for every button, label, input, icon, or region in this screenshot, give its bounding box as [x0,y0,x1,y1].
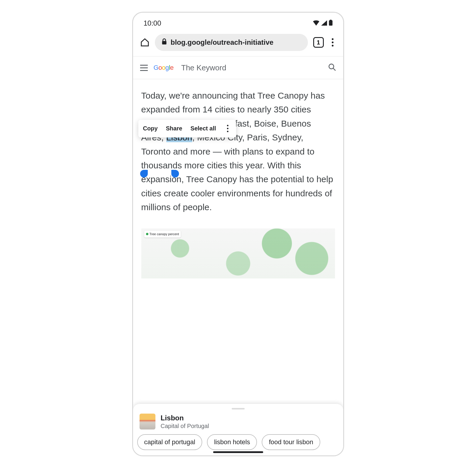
context-menu-more-icon[interactable] [224,125,231,132]
tree-canopy-map: Tree canopy percent [141,228,335,278]
suggestion-chips[interactable]: capital of portugal lisbon hotels food t… [133,434,343,450]
share-button[interactable]: Share [166,124,183,133]
google-logo: Google [154,64,174,72]
copy-button[interactable]: Copy [143,124,158,133]
search-icon[interactable] [328,63,336,72]
wifi-icon [313,19,319,27]
status-bar: 10:00 [133,13,343,30]
lisbon-thumbnail [140,414,155,429]
status-icons [313,19,333,27]
sheet-drag-handle[interactable] [232,408,245,409]
blog-header: Google The Keyword [133,57,343,79]
sheet-header[interactable]: Lisbon Capital of Portugal [133,414,343,434]
svg-rect-0 [329,20,332,26]
battery-icon [329,19,333,27]
lock-icon [161,38,167,47]
tab-switcher[interactable]: 1 [313,37,324,48]
home-icon[interactable] [140,38,150,47]
text-selection-menu: Copy Share Select all [138,120,236,137]
url-text: blog.google/outreach-initiative [171,38,273,47]
svg-rect-1 [330,20,331,21]
info-bottom-sheet[interactable]: Lisbon Capital of Portugal capital of po… [133,404,343,455]
select-all-button[interactable]: Select all [190,124,216,133]
sheet-subtitle: Capital of Portugal [161,423,209,429]
chip-capital-of-portugal[interactable]: capital of portugal [137,434,203,450]
tab-count: 1 [317,39,320,46]
article-text-post: , Mexico City, Paris, Sydney, Toronto an… [141,132,333,212]
address-bar[interactable]: blog.google/outreach-initiative [155,34,308,51]
svg-rect-2 [162,41,166,44]
svg-point-3 [329,64,334,69]
clock: 10:00 [144,19,161,27]
selection-handle-left[interactable] [140,170,148,178]
svg-line-4 [333,68,335,71]
map-legend-text: Tree canopy percent [150,232,179,237]
android-nav-pill[interactable] [213,451,263,453]
sheet-title: Lisbon [161,414,209,422]
map-legend: Tree canopy percent [144,231,181,238]
browser-menu-icon[interactable] [329,38,336,47]
blog-brand: The Keyword [181,63,226,72]
chip-food-tour-lisbon[interactable]: food tour lisbon [262,434,320,450]
hamburger-menu-icon[interactable] [140,65,148,71]
phone-frame: 10:00 blog.google/outreach-initiative 1 [132,12,344,456]
chrome-toolbar: blog.google/outreach-initiative 1 [133,30,343,56]
chip-lisbon-hotels[interactable]: lisbon hotels [207,434,257,450]
selection-handle-right[interactable] [171,170,179,178]
cell-signal-icon [321,19,327,27]
article-body[interactable]: Today, we're announcing that Tree Canopy… [133,79,343,278]
